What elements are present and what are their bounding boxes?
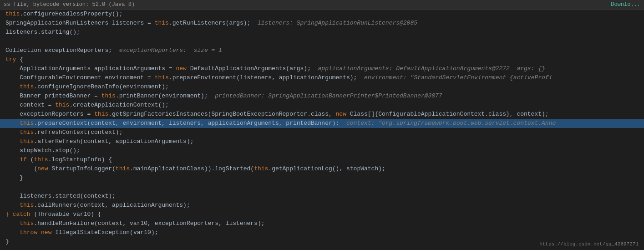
code-line-6: try { — [0, 55, 644, 64]
code-line-24: this.handleRunFailure(context, var10, ex… — [0, 219, 644, 228]
code-line-19: } — [0, 173, 644, 183]
code-line-2: SpringApplicationRunListeners listeners … — [0, 19, 644, 28]
code-line-21: listeners.started(context); — [0, 192, 644, 201]
code-line-15: this.afterRefresh(context, applicationAr… — [0, 137, 644, 146]
header-bar: ss file, bytecode version: 52.0 (Java 8)… — [0, 0, 644, 10]
code-line-14: this.refreshContext(context); — [0, 128, 644, 137]
code-line-25: throw new IllegalStateException(var10); — [0, 228, 644, 237]
download-link[interactable]: Downlo... — [611, 1, 640, 8]
code-line-1: this.configureHeadlessProperty(); — [0, 10, 644, 19]
code-line-9: this.configureIgnoreBeanInfo(environment… — [0, 82, 644, 92]
code-line-5: Collection exceptionReporters; exception… — [0, 46, 644, 55]
code-container: this.configureHeadlessProperty();SpringA… — [0, 10, 644, 249]
code-line-4 — [0, 37, 644, 46]
code-line-11: context = this.createApplicationContext(… — [0, 101, 644, 110]
code-area: this.configureHeadlessProperty();SpringA… — [0, 10, 644, 246]
code-line-8: ConfigurableEnvironment environment = th… — [0, 73, 644, 82]
code-line-12: exceptionReporters = this.getSpringFacto… — [0, 110, 644, 119]
code-line-10: Banner printedBanner = this.printBanner(… — [0, 92, 644, 101]
code-line-18: (new StartupInfoLogger(this.mainApplicat… — [0, 164, 644, 173]
code-line-20 — [0, 183, 644, 192]
code-line-23: } catch (Throwable var10) { — [0, 210, 644, 219]
bottom-url: https://blog.csdn.net/qq_42697271 — [539, 241, 639, 247]
code-line-22: this.callRunners(context, applicationArg… — [0, 201, 644, 210]
code-line-3: listeners.starting(); — [0, 28, 644, 37]
code-line-16: stopWatch.stop(); — [0, 146, 644, 155]
code-line-7: ApplicationArguments applicationArgument… — [0, 64, 644, 73]
code-line-13: this.prepareContext(context, environment… — [0, 119, 644, 128]
code-line-17: if (this.logStartupInfo) { — [0, 155, 644, 164]
header-text: ss file, bytecode version: 52.0 (Java 8) — [4, 1, 135, 8]
